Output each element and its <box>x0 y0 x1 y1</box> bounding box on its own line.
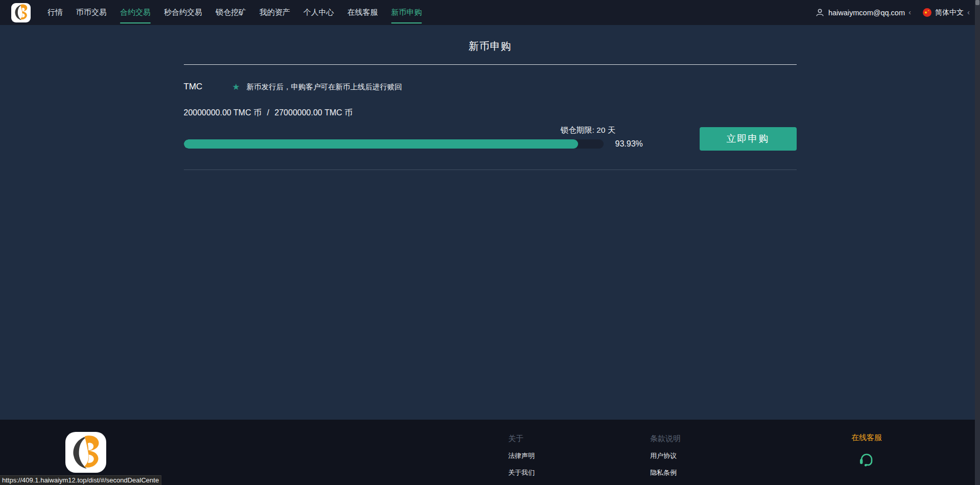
amount-raised: 20000000.00 TMC 币 <box>184 108 262 117</box>
language-label: 简体中文 <box>935 8 964 17</box>
top-navbar: 行情 币币交易 合约交易 秒合约交易 锁仓挖矿 我的资产 个人中心 在线客服 新… <box>0 0 980 25</box>
nav-item-lock-mining[interactable]: 锁仓挖矿 <box>209 0 253 25</box>
section-divider <box>184 169 797 170</box>
language-dropdown[interactable]: ★ ★ 简体中文 ‹ <box>923 8 970 17</box>
footer-link-legal[interactable]: 法律声明 <box>508 451 535 460</box>
amount-row: 20000000.00 TMC 币 / 27000000.00 TMC 币 <box>184 108 797 118</box>
amount-total: 27000000.00 TMC 币 <box>275 108 353 117</box>
chevron-icon: ‹ <box>909 8 911 16</box>
svg-text:★: ★ <box>927 10 929 12</box>
subscription-progress-fill <box>184 139 578 149</box>
amount-separator: / <box>267 108 269 117</box>
nav-item-second-contract[interactable]: 秒合约交易 <box>157 0 209 25</box>
nav-item-online-service[interactable]: 在线客服 <box>341 0 385 25</box>
brand-logo[interactable] <box>11 3 31 22</box>
subscribe-now-button[interactable]: 立即申购 <box>700 127 797 151</box>
svg-text:★: ★ <box>924 10 928 15</box>
user-email: haiwaiymcom@qq.com <box>828 9 905 17</box>
nav-item-contract-trade[interactable]: 合约交易 <box>113 0 157 25</box>
scrollbar-thumb[interactable] <box>975 0 979 5</box>
user-account-dropdown[interactable]: haiwaiymcom@qq.com ‹ <box>815 8 911 17</box>
footer-link-privacy[interactable]: 隐私条例 <box>650 468 681 477</box>
navbar-right-cluster: haiwaiymcom@qq.com ‹ ★ ★ 简体中文 ‹ <box>815 8 970 17</box>
lock-period-label: 锁仓期限: 20 天 <box>561 125 616 136</box>
nav-item-spot-trade[interactable]: 币币交易 <box>69 0 113 25</box>
brand-b-icon <box>68 435 104 470</box>
footer-about-column: 关于 法律声明 关于我们 <box>508 434 535 477</box>
footer-link-user-agreement[interactable]: 用户协议 <box>650 451 681 460</box>
page-content: 新币申购 TMC ★ 新币发行后，申购客户可在新币上线后进行赎回 2000000… <box>0 25 980 420</box>
headset-icon[interactable] <box>857 450 876 468</box>
footer-about-title: 关于 <box>508 434 535 444</box>
coin-row: TMC ★ 新币发行后，申购客户可在新币上线后进行赎回 <box>184 82 797 92</box>
subscription-tip: 新币发行后，申购客户可在新币上线后进行赎回 <box>247 82 402 92</box>
nav-item-personal-center[interactable]: 个人中心 <box>297 0 341 25</box>
nav-item-my-assets[interactable]: 我的资产 <box>253 0 297 25</box>
subscribe-area: 锁仓期限: 20 天 93.93% 立即申购 <box>184 124 797 169</box>
footer-terms-column: 条款说明 用户协议 隐私条例 <box>650 434 681 477</box>
main-navigation: 行情 币币交易 合约交易 秒合约交易 锁仓挖矿 我的资产 个人中心 在线客服 新… <box>41 0 428 25</box>
star-icon: ★ <box>232 83 240 91</box>
coin-name: TMC <box>184 82 232 92</box>
footer-terms-title: 条款说明 <box>650 434 681 444</box>
page-title: 新币申购 <box>184 25 797 53</box>
china-flag-icon: ★ ★ <box>923 8 931 17</box>
nav-item-market[interactable]: 行情 <box>41 0 69 25</box>
footer-link-about-us[interactable]: 关于我们 <box>508 468 535 477</box>
footer-service-title: 在线客服 <box>844 433 890 443</box>
footer-brand-logo <box>65 432 106 473</box>
nav-item-new-coin-subscription[interactable]: 新币申购 <box>385 0 428 25</box>
progress-percent: 93.93% <box>615 139 643 149</box>
vertical-scrollbar[interactable] <box>975 0 980 485</box>
title-divider <box>184 64 797 65</box>
person-icon <box>815 8 825 17</box>
subscription-progress-bar <box>184 139 604 149</box>
chevron-icon: ‹ <box>967 8 970 16</box>
brand-b-icon <box>13 4 30 21</box>
browser-status-url: https://409.1.haiwaiym12.top/dist/#/seco… <box>0 475 161 485</box>
footer-service-box: 在线客服 <box>844 433 890 470</box>
